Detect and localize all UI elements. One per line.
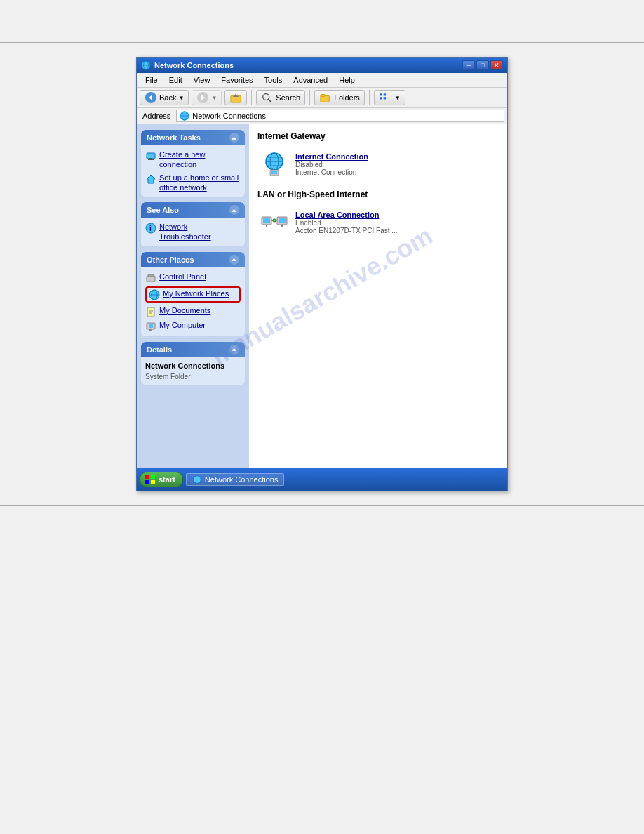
views-button[interactable]: ▼ bbox=[374, 90, 405, 105]
svg-marker-23 bbox=[147, 175, 155, 183]
lan-connection-status: Enabled bbox=[295, 219, 398, 227]
details-type: System Folder bbox=[145, 373, 241, 380]
svg-text:i: i bbox=[149, 225, 152, 232]
main-area: Internet Gateway bbox=[249, 124, 507, 468]
lan-heading: LAN or High-Speed Internet bbox=[257, 190, 499, 201]
folder-up-button[interactable] bbox=[224, 90, 247, 105]
taskbar-icon bbox=[192, 475, 202, 484]
menu-view[interactable]: View bbox=[188, 74, 216, 86]
other-places-title: Other Places bbox=[147, 256, 194, 264]
forward-icon bbox=[196, 92, 209, 103]
svg-rect-21 bbox=[149, 158, 152, 159]
title-bar-text: Network Connections bbox=[154, 61, 459, 70]
network-tasks-collapse[interactable]: ⏶ bbox=[229, 133, 239, 143]
title-bar-icon bbox=[141, 60, 151, 70]
menu-tools[interactable]: Tools bbox=[259, 74, 288, 86]
back-button[interactable]: Back ▼ bbox=[140, 90, 189, 105]
start-button[interactable]: start bbox=[140, 472, 183, 487]
internet-connection-item[interactable]: Internet Connection Disabled Internet Co… bbox=[257, 147, 499, 181]
see-also-header: See Also ⏶ bbox=[141, 202, 245, 218]
control-panel-link[interactable]: Control Panel bbox=[145, 272, 241, 284]
svg-rect-12 bbox=[321, 95, 325, 97]
network-tasks-section: Network Tasks ⏶ Create a new connection bbox=[141, 130, 245, 197]
menu-help[interactable]: Help bbox=[333, 74, 361, 86]
address-bar: Address Network Connections bbox=[137, 108, 507, 124]
windows-logo bbox=[145, 474, 156, 485]
svg-marker-8 bbox=[233, 94, 239, 97]
svg-rect-55 bbox=[273, 219, 276, 222]
lan-connection-info: Local Area Connection Enabled Accton EN1… bbox=[295, 211, 398, 234]
svg-rect-22 bbox=[148, 159, 154, 160]
svg-rect-37 bbox=[149, 329, 152, 331]
my-computer-link[interactable]: My Computer bbox=[145, 320, 241, 332]
address-icon bbox=[180, 111, 189, 121]
internet-gateway-heading: Internet Gateway bbox=[257, 131, 499, 143]
svg-rect-16 bbox=[384, 97, 386, 99]
back-dropdown-icon[interactable]: ▼ bbox=[178, 95, 184, 101]
svg-rect-51 bbox=[279, 218, 286, 223]
views-dropdown-icon[interactable]: ▼ bbox=[395, 95, 401, 101]
control-panel-label: Control Panel bbox=[159, 272, 206, 282]
home-network-link[interactable]: Set up a home or small office network bbox=[145, 173, 241, 193]
my-computer-label: My Computer bbox=[159, 320, 206, 330]
see-also-body: i Network Troubleshooter bbox=[141, 218, 245, 246]
svg-rect-14 bbox=[384, 93, 386, 95]
search-button[interactable]: Search bbox=[256, 90, 305, 105]
troubleshooter-label: Network Troubleshooter bbox=[159, 222, 241, 242]
home-network-icon bbox=[145, 173, 156, 185]
page-wrapper: Network Connections ─ □ ✕ File Edit View… bbox=[0, 0, 644, 834]
folders-button[interactable]: Folders bbox=[314, 90, 365, 105]
search-label: Search bbox=[276, 93, 300, 102]
see-also-collapse[interactable]: ⏶ bbox=[229, 205, 239, 215]
lan-connection-item[interactable]: Local Area Connection Enabled Accton EN1… bbox=[257, 206, 499, 239]
home-network-label: Set up a home or small office network bbox=[159, 173, 241, 193]
sidebar: Network Tasks ⏶ Create a new connection bbox=[137, 124, 249, 468]
details-title: Details bbox=[147, 345, 172, 354]
menu-file[interactable]: File bbox=[140, 74, 163, 86]
address-label: Address bbox=[140, 110, 173, 121]
forward-dropdown-icon[interactable]: ▼ bbox=[211, 95, 217, 101]
my-documents-icon bbox=[145, 306, 156, 317]
title-bar-buttons: ─ □ ✕ bbox=[462, 60, 503, 70]
other-places-collapse[interactable]: ⏶ bbox=[229, 255, 239, 265]
details-header: Details ⏶ bbox=[141, 342, 245, 357]
menu-advanced[interactable]: Advanced bbox=[288, 74, 333, 86]
address-field[interactable]: Network Connections bbox=[176, 110, 504, 122]
svg-point-9 bbox=[263, 94, 269, 100]
details-section: Details ⏶ Network Connections System Fol… bbox=[141, 342, 245, 385]
svg-rect-59 bbox=[151, 480, 155, 484]
internet-connection-name: Internet Connection bbox=[295, 152, 368, 161]
other-places-header: Other Places ⏶ bbox=[141, 252, 245, 267]
details-collapse[interactable]: ⏶ bbox=[229, 345, 239, 355]
svg-line-10 bbox=[269, 100, 271, 102]
svg-rect-45 bbox=[271, 171, 277, 174]
back-icon bbox=[145, 92, 157, 103]
taskbar-item-label: Network Connections bbox=[205, 475, 279, 484]
internet-gateway-section: Internet Gateway bbox=[257, 131, 499, 181]
bottom-divider bbox=[0, 505, 644, 506]
taskbar-network-connections[interactable]: Network Connections bbox=[186, 473, 285, 486]
create-connection-link[interactable]: Create a new connection bbox=[145, 150, 241, 170]
folders-icon bbox=[319, 92, 332, 103]
create-connection-label: Create a new connection bbox=[159, 150, 241, 170]
details-body: Network Connections System Folder bbox=[141, 357, 245, 385]
forward-button[interactable]: ▼ bbox=[192, 90, 222, 105]
menu-favorites[interactable]: Favorites bbox=[215, 74, 258, 86]
internet-connection-info: Internet Connection Disabled Internet Co… bbox=[295, 152, 368, 176]
maximize-button[interactable]: □ bbox=[476, 60, 489, 70]
network-troubleshooter-link[interactable]: i Network Troubleshooter bbox=[145, 222, 241, 242]
title-bar: Network Connections ─ □ ✕ bbox=[137, 58, 507, 73]
network-tasks-title: Network Tasks bbox=[147, 133, 201, 142]
network-tasks-body: Create a new connection Set up a home or… bbox=[141, 145, 245, 197]
svg-rect-27 bbox=[148, 274, 154, 277]
menu-edit[interactable]: Edit bbox=[163, 74, 188, 86]
toolbar-separator-2 bbox=[309, 90, 310, 105]
my-documents-link[interactable]: My Documents bbox=[145, 305, 241, 317]
minimize-button[interactable]: ─ bbox=[462, 60, 475, 70]
toolbar-separator-3 bbox=[369, 90, 370, 105]
folder-up-icon bbox=[229, 92, 242, 103]
close-button[interactable]: ✕ bbox=[490, 60, 503, 70]
my-network-places-link[interactable]: My Network Places bbox=[145, 286, 241, 303]
troubleshooter-icon: i bbox=[145, 223, 156, 234]
details-name: Network Connections bbox=[145, 362, 241, 370]
